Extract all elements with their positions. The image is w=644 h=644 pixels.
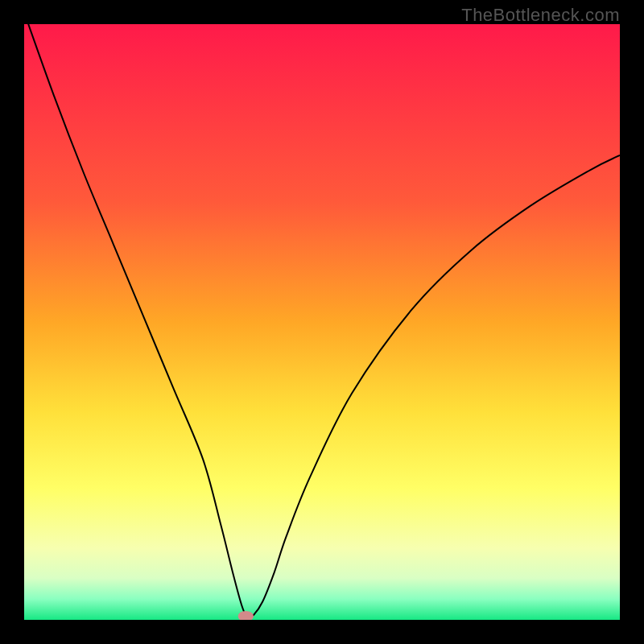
watermark-text: TheBottleneck.com (461, 5, 620, 26)
bottleneck-chart (24, 24, 620, 620)
gradient-background (24, 24, 620, 620)
chart-container (24, 24, 620, 620)
